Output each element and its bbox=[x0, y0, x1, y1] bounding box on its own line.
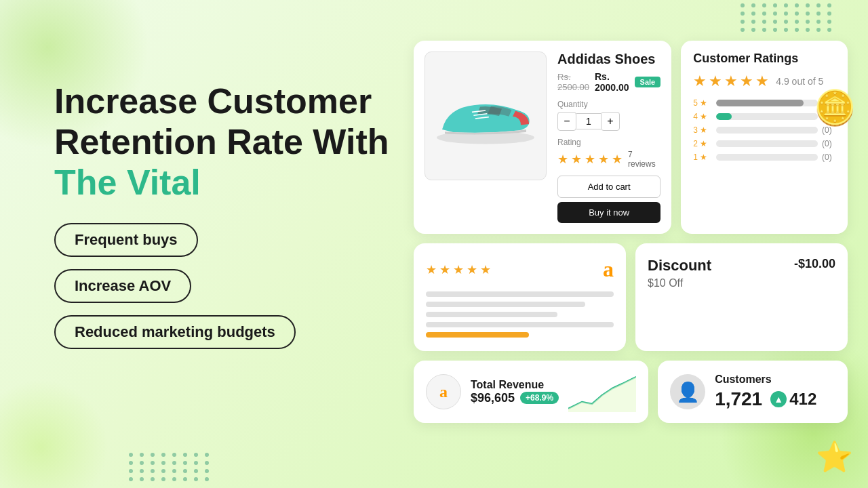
right-section: Addidas Shoes Rs. 2500.00 Rs. 2000.00 Sa… bbox=[414, 41, 848, 423]
review-line-4 bbox=[426, 322, 614, 327]
qty-plus-button[interactable]: + bbox=[601, 112, 620, 131]
dots-top-right bbox=[741, 3, 834, 32]
a-star-2: ★ bbox=[439, 262, 450, 277]
increase-value: 412 bbox=[789, 390, 816, 409]
rating-score: 4.9 out of 5 bbox=[776, 76, 823, 87]
customers-label: Customers bbox=[715, 373, 835, 386]
product-info: Addidas Shoes Rs. 2500.00 Rs. 2000.00 Sa… bbox=[557, 52, 660, 223]
bar-track-1 bbox=[716, 154, 818, 161]
bar-track-2 bbox=[716, 140, 818, 147]
product-image-box bbox=[425, 52, 547, 180]
ratings-title: Customer Ratings bbox=[693, 52, 835, 66]
revenue-card: a Total Revenue $96,605 +68.9% bbox=[414, 361, 648, 423]
big-star-5: ★ bbox=[755, 73, 769, 90]
customer-avatar: 👤 bbox=[670, 374, 705, 409]
bar-fill-5 bbox=[716, 100, 804, 106]
revenue-info: Total Revenue $96,605 +68.9% bbox=[471, 379, 559, 405]
bar-label-4: 4 ★ bbox=[693, 112, 712, 121]
ratings-card: Customer Ratings ★ ★ ★ ★ ★ 4.9 out of 5 … bbox=[681, 41, 848, 234]
amazon-top: ★ ★ ★ ★ ★ a bbox=[426, 257, 614, 282]
a-star-4: ★ bbox=[467, 262, 477, 277]
review-line-3 bbox=[426, 312, 557, 317]
review-line-2 bbox=[426, 302, 585, 307]
add-to-cart-button[interactable]: Add to cart bbox=[557, 176, 660, 198]
left-section: Increase Customer Retention Rate With Th… bbox=[54, 81, 407, 349]
revenue-badge: +68.9% bbox=[520, 392, 559, 404]
middle-row: ★ ★ ★ ★ ★ a Discount $10 bbox=[414, 243, 848, 351]
discount-amount: -$10.00 bbox=[794, 257, 835, 271]
headline-line1: Increase Customer bbox=[54, 81, 372, 121]
customers-card: 👤 Customers 1,721 ▲ 412 bbox=[658, 361, 848, 423]
a-star-1: ★ bbox=[426, 262, 437, 277]
tag-marketing: Reduced marketing budgets bbox=[54, 315, 296, 349]
bar-track-3 bbox=[716, 127, 818, 134]
bar-track-5 bbox=[716, 100, 818, 106]
bar-label-1: 1 ★ bbox=[693, 152, 712, 162]
headline: Increase Customer Retention Rate With Th… bbox=[54, 81, 407, 203]
customers-count: 1,721 bbox=[715, 388, 762, 410]
big-star-2: ★ bbox=[709, 73, 722, 90]
top-row: Addidas Shoes Rs. 2500.00 Rs. 2000.00 Sa… bbox=[414, 41, 848, 234]
headline-line2: Retention Rate With bbox=[54, 122, 389, 161]
dots-bottom-left bbox=[129, 453, 212, 481]
bar-label-3: 3 ★ bbox=[693, 125, 712, 135]
review-line-1 bbox=[426, 291, 614, 297]
price-row: Rs. 2500.00 Rs. 2000.00 Sale bbox=[557, 71, 660, 93]
product-stars: ★ ★ ★ ★ ★ 7 reviews bbox=[557, 150, 660, 169]
tag-frequent-buys: Frequent buys bbox=[54, 223, 198, 257]
customers-count-row: 1,721 ▲ 412 bbox=[715, 388, 835, 410]
star-badge: ⭐ bbox=[816, 439, 853, 474]
shoe-image bbox=[431, 82, 540, 150]
discount-left: Discount $10 Off bbox=[648, 257, 711, 289]
coin-icon: 🪙 bbox=[814, 88, 856, 127]
discount-top: Discount $10 Off -$10.00 bbox=[648, 257, 835, 289]
star-4: ★ bbox=[598, 152, 609, 167]
discount-sub: $10 Off bbox=[648, 277, 711, 289]
customers-info: Customers 1,721 ▲ 412 bbox=[715, 373, 835, 410]
price-old: Rs. 2500.00 bbox=[557, 72, 589, 92]
price-new: Rs. 2000.00 bbox=[595, 71, 629, 93]
qty-label: Quantity bbox=[557, 100, 660, 109]
up-arrow-icon: ▲ bbox=[770, 391, 787, 407]
qty-value: 1 bbox=[576, 113, 601, 129]
big-star-1: ★ bbox=[693, 73, 707, 90]
bottom-row: a Total Revenue $96,605 +68.9% 👤 Custome… bbox=[414, 361, 848, 423]
product-name: Addidas Shoes bbox=[557, 52, 660, 67]
bar-count-1: (0) bbox=[822, 152, 835, 162]
buy-now-button[interactable]: Buy it now bbox=[557, 202, 660, 223]
amazon-stars: ★ ★ ★ ★ ★ bbox=[426, 262, 491, 277]
amazon-review-card: ★ ★ ★ ★ ★ a bbox=[414, 243, 626, 351]
revenue-title: Total Revenue bbox=[471, 379, 559, 391]
blob-bottom-left bbox=[0, 380, 108, 488]
bar-count-2: (0) bbox=[822, 139, 835, 148]
customers-increase: ▲ 412 bbox=[770, 390, 816, 409]
star-1: ★ bbox=[557, 152, 568, 167]
rating-label: Rating bbox=[557, 138, 660, 147]
rating-bar-1: 1 ★ (0) bbox=[693, 152, 835, 162]
qty-minus-button[interactable]: − bbox=[557, 112, 576, 131]
qty-control: − 1 + bbox=[557, 112, 660, 131]
amazon-logo: a bbox=[603, 257, 614, 282]
review-line-orange bbox=[426, 332, 529, 338]
bar-track-4 bbox=[716, 113, 818, 120]
big-star-3: ★ bbox=[724, 73, 738, 90]
discount-title: Discount bbox=[648, 257, 711, 274]
amazon-avatar-revenue: a bbox=[426, 374, 461, 409]
bar-label-5: 5 ★ bbox=[693, 98, 712, 108]
sale-badge: Sale bbox=[635, 77, 661, 87]
star-2: ★ bbox=[571, 152, 582, 167]
review-lines bbox=[426, 291, 614, 338]
star-3: ★ bbox=[585, 152, 595, 167]
revenue-amount: $96,605 bbox=[471, 391, 515, 405]
a-star-5: ★ bbox=[480, 262, 491, 277]
feature-tags: Frequent buys Increase AOV Reduced marke… bbox=[54, 223, 407, 349]
tag-increase-aov: Increase AOV bbox=[54, 269, 191, 303]
big-star-4: ★ bbox=[740, 73, 753, 90]
big-stars: ★ ★ ★ ★ ★ bbox=[693, 73, 769, 90]
star-5: ★ bbox=[612, 152, 623, 167]
bar-label-2: 2 ★ bbox=[693, 139, 712, 148]
bar-fill-4 bbox=[716, 113, 731, 120]
reviews-count: 7 reviews bbox=[628, 150, 660, 169]
product-card: Addidas Shoes Rs. 2500.00 Rs. 2000.00 Sa… bbox=[414, 41, 671, 234]
headline-green: The Vital bbox=[54, 163, 201, 202]
